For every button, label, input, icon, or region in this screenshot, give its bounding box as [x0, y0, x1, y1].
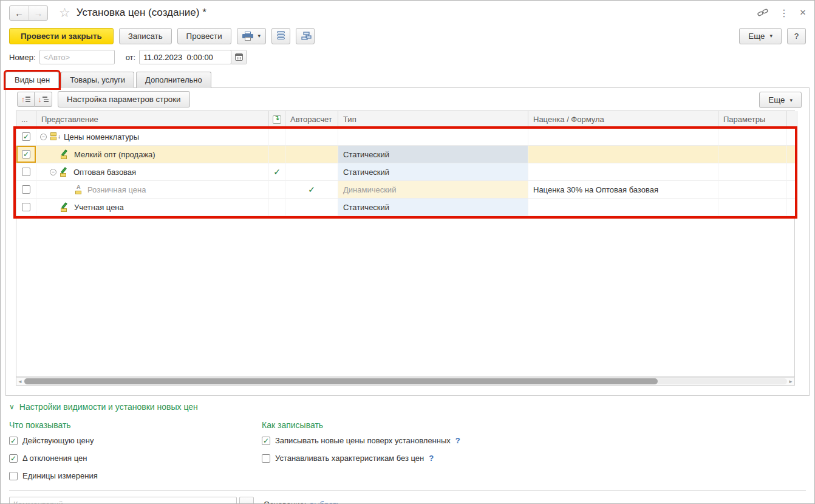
post-and-close-button[interactable]: Провести и закрыть — [9, 28, 114, 44]
current-price-checkbox[interactable] — [9, 437, 18, 445]
header-fields: Номер: от: — [1, 47, 814, 67]
title-bar: ← → ☆ Установка цен (создание) * ⋮ × — [1, 1, 814, 25]
move-up-button[interactable]: ↑ — [17, 92, 35, 107]
autocalc-cell — [285, 128, 338, 146]
scrollbar-thumb[interactable] — [24, 378, 658, 384]
row-label: Розничная цена — [87, 185, 146, 194]
formula-cell — [528, 199, 718, 216]
tab-goods-services[interactable]: Товары, услуги — [61, 72, 134, 88]
close-icon[interactable]: × — [800, 7, 806, 19]
calendar-button[interactable] — [231, 50, 247, 64]
autocalc-cell — [285, 199, 338, 216]
forward-icon: → — [34, 8, 43, 18]
col-header-presentation[interactable]: Представление — [36, 111, 269, 128]
autocalc-cell — [285, 146, 338, 163]
autocalc-cell: ✓ — [285, 181, 338, 199]
more-label: Еще — [748, 32, 765, 41]
price-deviation-checkbox[interactable] — [9, 454, 18, 463]
tab-price-kinds[interactable]: Виды цен — [5, 72, 59, 88]
report-button[interactable] — [271, 28, 290, 44]
print-button[interactable]: ▾ — [237, 28, 267, 44]
col-header-dots[interactable]: ... — [16, 111, 36, 128]
save-button[interactable]: Записать — [119, 28, 172, 44]
basis-select-link[interactable]: выбрать — [310, 500, 341, 504]
row-checkbox[interactable] — [22, 132, 30, 141]
col-header-type[interactable]: Тип — [338, 111, 528, 128]
col-header-autocalc[interactable]: Авторасчет — [285, 111, 338, 128]
row-label: Учетная цена — [74, 203, 124, 212]
move-down-button[interactable]: ↓ — [35, 92, 52, 107]
row-checkbox[interactable] — [22, 168, 30, 176]
scroll-left-icon[interactable]: ◄ — [18, 379, 22, 384]
more-button[interactable]: Еще▾ — [739, 28, 782, 44]
checkbox-label: Δ отклонения цен — [22, 454, 87, 463]
col-header-flag[interactable] — [269, 111, 285, 128]
link-icon[interactable] — [757, 8, 768, 18]
horizontal-scrollbar[interactable]: ◄ ► — [16, 377, 795, 386]
caret-down-icon: ▾ — [789, 97, 793, 103]
list-lines-icon — [26, 97, 30, 102]
page-title: Установка цен (создание) * — [77, 7, 206, 19]
caret-down-icon: ▾ — [769, 33, 772, 39]
col-header-parameters[interactable]: Параметры — [718, 111, 787, 128]
collapse-icon[interactable]: − — [40, 134, 47, 140]
type-cell: Статический — [338, 146, 528, 163]
collapse-icon[interactable]: − — [50, 169, 56, 175]
price-kinds-panel: ↑ ↓ Настройка параметров строки Еще▾ ...… — [5, 87, 810, 396]
type-cell: Динамический — [338, 181, 528, 199]
structure-button[interactable] — [296, 28, 315, 44]
basis-label: Основание: — [264, 500, 306, 504]
formula-cell: Наценка 30% на Оптовая базовая — [528, 181, 718, 199]
caret-down-icon: ▾ — [258, 33, 261, 39]
checkbox-row: Действующую цену — [9, 436, 262, 445]
scrollbar-track[interactable] — [24, 378, 787, 384]
help-button[interactable]: ? — [787, 28, 806, 44]
checkbox-row: Δ отклонения цен — [9, 454, 262, 463]
help-link[interactable]: ? — [455, 436, 460, 445]
write-group: Как записывать Записывать новые цены пов… — [262, 420, 460, 489]
forward-button[interactable]: → — [29, 6, 47, 20]
help-link[interactable]: ? — [429, 454, 434, 463]
row-checkbox-cell — [16, 199, 36, 216]
col-header-markup-formula[interactable]: Наценка / Формула — [528, 111, 718, 128]
comment-expand-button[interactable]: ... — [239, 497, 254, 504]
row-checkbox[interactable] — [22, 150, 30, 158]
table-row-name[interactable]: − Оптовая базовая — [36, 163, 269, 181]
row-checkbox[interactable] — [22, 185, 30, 194]
comment-input[interactable] — [9, 497, 237, 504]
back-button[interactable]: ← — [10, 6, 29, 20]
checkbox-label: Устанавливать характеристикам без цен — [275, 454, 424, 463]
back-icon: ← — [15, 8, 24, 18]
units-checkbox[interactable] — [9, 472, 18, 480]
post-button[interactable]: Провести — [177, 28, 231, 44]
footer-row: ... Основание: выбрать — [1, 491, 814, 504]
params-cell — [718, 163, 787, 181]
price-kind-icon — [60, 168, 70, 177]
scroll-right-icon[interactable]: ► — [788, 379, 793, 384]
table-row-name[interactable]: − ↓ Цены номенклатуры — [36, 128, 269, 146]
table-row-name[interactable]: A Розничная цена — [36, 181, 269, 199]
settings-section-title: Настройки видимости и установки новых це… — [19, 402, 198, 412]
flag-cell — [269, 181, 285, 199]
overwrite-prices-checkbox[interactable] — [262, 437, 270, 445]
favorite-star-icon[interactable]: ☆ — [59, 5, 70, 20]
table-row-name[interactable]: Мелкий опт (продажа) — [36, 146, 269, 163]
row-checkbox[interactable] — [22, 203, 30, 211]
set-characteristics-checkbox[interactable] — [262, 454, 270, 463]
table-row-name[interactable]: Учетная цена — [36, 199, 269, 216]
date-input[interactable] — [139, 50, 231, 64]
table-more-button[interactable]: Еще▾ — [759, 92, 802, 108]
row-label: Цены номенклатуры — [64, 132, 139, 141]
strip-cell — [787, 199, 797, 216]
settings-section-toggle[interactable]: ∨ Настройки видимости и установки новых … — [9, 402, 806, 412]
tab-additional[interactable]: Дополнительно — [136, 72, 211, 88]
number-input[interactable] — [39, 50, 115, 64]
checkbox-label: Записывать новые цены поверх установленн… — [275, 436, 451, 445]
row-checkbox-cell — [16, 128, 36, 146]
number-label: Номер: — [9, 53, 36, 62]
col-header-scroll-strip — [787, 111, 797, 128]
row-parameters-button[interactable]: Настройка параметров строки — [58, 91, 190, 107]
price-group-icon: ↓ — [50, 132, 60, 141]
row-checkbox-cell — [16, 181, 36, 199]
kebab-menu-icon[interactable]: ⋮ — [779, 7, 789, 19]
